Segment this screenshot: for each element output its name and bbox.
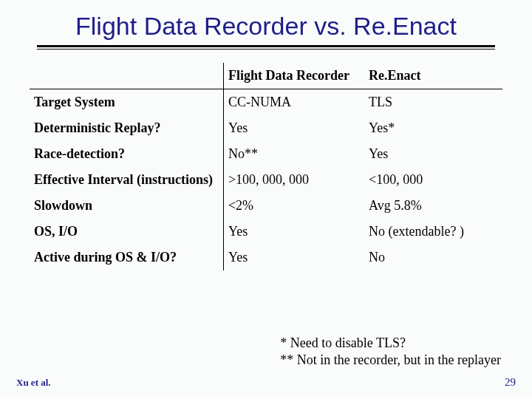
row-c1: >100, 000, 000 [223,167,364,193]
row-label: Effective Interval (instructions) [30,167,223,193]
row-c2: No [364,245,502,270]
row-label: OS, I/O [30,219,223,245]
row-label-text: OS, I/O [34,224,78,239]
row-c2: <100, 000 [364,167,502,193]
row-label: Race-detection? [30,141,223,167]
row-label-text: Race-detection? [34,146,125,161]
table-row: Slowdown <2% Avg 5.8% [30,193,502,219]
row-label-text: Active during OS & I/O? [34,250,177,265]
header-col-reenact: Re.Enact [364,63,502,89]
table-row: Race-detection? No** Yes [30,141,502,167]
footer-author: Xu et al. [16,377,51,389]
header-col-fdr-text: Flight Data Recorder [228,68,349,83]
title-underline [37,45,495,50]
row-c2: Yes [364,141,502,167]
row-label: Active during OS & I/O? [30,245,223,270]
row-label-text: Effective Interval (instructions) [34,172,213,187]
header-col-fdr: Flight Data Recorder [223,63,364,89]
row-c2: Avg 5.8% [364,193,502,219]
row-c1: Yes [223,219,364,245]
row-label: Slowdown [30,193,223,219]
slide: Flight Data Recorder vs. Re.Enact Flight… [0,0,532,399]
comparison-table: Flight Data Recorder Re.Enact Target Sys… [30,63,502,270]
header-col-reenact-text: Re.Enact [369,68,421,83]
row-label-text: Slowdown [34,198,92,213]
table-header-row: Flight Data Recorder Re.Enact [30,63,502,89]
row-c1: CC-NUMA [223,89,364,116]
row-c2: No (extendable? ) [364,219,502,245]
row-c1: No** [223,141,364,167]
row-label-text: Deterministic Replay? [34,120,160,135]
table-row: Target System CC-NUMA TLS [30,89,502,116]
table-row: Active during OS & I/O? Yes No [30,245,502,270]
footnotes: * Need to disable TLS? ** Not in the rec… [280,335,501,368]
row-c1: Yes [223,115,364,141]
table-row: Deterministic Replay? Yes Yes* [30,115,502,141]
row-c2: Yes* [364,115,502,141]
row-c2: TLS [364,89,502,116]
page-title: Flight Data Recorder vs. Re.Enact [30,12,502,41]
row-label: Deterministic Replay? [30,115,223,141]
table-row: OS, I/O Yes No (extendable? ) [30,219,502,245]
footnote-2: ** Not in the recorder, but in the repla… [280,352,501,369]
row-label-text: Target System [34,95,115,109]
row-label: Target System [30,89,223,116]
row-c1: <2% [223,193,364,219]
footer-page-number: 29 [505,376,516,389]
row-c1: Yes [223,245,364,270]
header-blank [30,63,223,89]
table-row: Effective Interval (instructions) >100, … [30,167,502,193]
footnote-1: * Need to disable TLS? [280,335,501,352]
